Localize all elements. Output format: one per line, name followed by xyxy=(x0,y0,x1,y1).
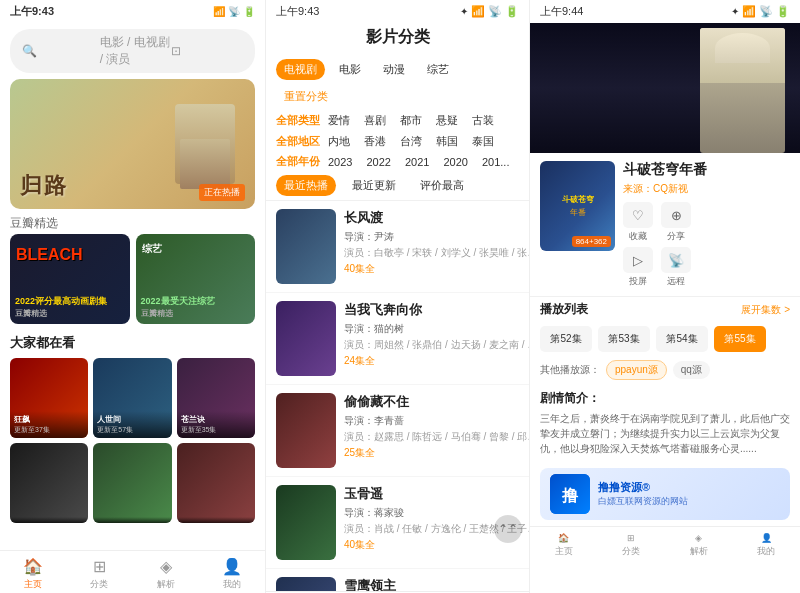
p1-card2-label: 2022最受天注综艺 豆瓣精选 xyxy=(141,295,251,319)
p1-card-variety[interactable]: 综艺 2022最受天注综艺 豆瓣精选 xyxy=(136,234,256,324)
p3-parse-icon: ◈ xyxy=(695,533,702,543)
p2-filter-reset[interactable]: 重置分类 xyxy=(276,86,336,107)
p2-signal-icon: 📶 xyxy=(471,5,485,18)
p3-watermark-text-group: 撸撸资源® 白嫖互联网资源的网站 xyxy=(598,480,688,508)
p1-hero-badge: 正在热播 xyxy=(199,184,245,201)
p3-ep-53[interactable]: 第53集 xyxy=(598,326,650,352)
p2-reg-mainland[interactable]: 内地 xyxy=(324,133,354,150)
p2-item-thumb-4 xyxy=(276,577,336,591)
panel3: 上午9:44 ✦ 📶 📡 🔋 斗破苍穹 年番 xyxy=(530,0,800,593)
p2-item-title-2: 偷偷藏不住 xyxy=(344,393,529,411)
p1-nav-profile-label: 我的 xyxy=(223,578,241,591)
p3-actions-row2: ▷ 投屏 📡 远程 xyxy=(623,247,790,288)
p3-watermark-banner: 撸 撸撸资源® 白嫖互联网资源的网站 xyxy=(540,468,790,520)
p1-scan-icon[interactable]: ⊡ xyxy=(171,44,243,58)
p1-grid-item-4[interactable] xyxy=(93,443,171,523)
p2-year-2022[interactable]: 2022 xyxy=(362,155,394,169)
p2-reg-kr[interactable]: 韩国 xyxy=(432,133,462,150)
p1-grid-item-3[interactable] xyxy=(10,443,88,523)
p2-reg-hk[interactable]: 香港 xyxy=(360,133,390,150)
p2-cat-comedy[interactable]: 喜剧 xyxy=(360,112,390,129)
p2-year-2020[interactable]: 2020 xyxy=(439,155,471,169)
p3-statusbar: 上午9:44 ✦ 📶 📡 🔋 xyxy=(530,0,800,23)
p3-video-player[interactable] xyxy=(530,23,800,153)
p1-parse-icon: ◈ xyxy=(160,557,172,576)
p2-sort-recent[interactable]: 最近更新 xyxy=(344,175,404,196)
p2-list-item-4[interactable]: 雪鹰领主 导演：李沐初 xyxy=(266,569,529,591)
p1-category-icon: ⊞ xyxy=(93,557,106,576)
p2-item-info-0: 长风渡 导演：尹涛 演员：白敬亭 / 宋轶 / 刘学义 / 张昊唯 / 张睿 /… xyxy=(344,209,529,284)
p3-synopsis-text: 三年之后，萧炎终于在涡南学院见到了萧儿，此后他广交挚友并成立磐门；为继续提升实力… xyxy=(540,411,790,456)
p3-remote-label: 远程 xyxy=(667,275,685,288)
p1-nav-parse[interactable]: ◈ 解析 xyxy=(133,557,199,591)
p3-action-remote[interactable]: 📡 远程 xyxy=(661,247,691,288)
p3-action-collect[interactable]: ♡ 收藏 xyxy=(623,202,653,243)
p2-statusbar: 上午9:43 ✦ 📶 📡 🔋 xyxy=(266,0,529,23)
p1-card1-label: 2022评分最高动画剧集 豆瓣精选 xyxy=(15,295,125,319)
p3-ep-55[interactable]: 第55集 xyxy=(714,326,766,352)
p1-grid-item-1[interactable]: 人世间 更新至57集 xyxy=(93,358,171,438)
p2-sort-rating[interactable]: 评价最高 xyxy=(412,175,472,196)
p1-signal-icon: 📶 xyxy=(213,6,225,17)
p3-watermark-logo: 撸 xyxy=(550,474,590,514)
p2-year-older[interactable]: 201... xyxy=(478,155,514,169)
p3-nav-home-label: 主页 xyxy=(555,545,573,558)
p1-section-label: 豆瓣精选 xyxy=(10,215,58,232)
p3-nav-category[interactable]: ⊞ 分类 xyxy=(598,533,666,558)
p2-region-filter: 全部地区 内地 香港 台湾 韩国 泰国 xyxy=(266,131,529,152)
p1-card-bleach[interactable]: BLEACH 2022评分最高动画剧集 豆瓣精选 xyxy=(10,234,130,324)
p2-year-2023[interactable]: 2023 xyxy=(324,155,356,169)
p2-year-2021[interactable]: 2021 xyxy=(401,155,433,169)
p3-source-ppayun[interactable]: ppayun源 xyxy=(606,360,667,380)
p1-search-placeholder: 电影 / 电视剧 / 演员 xyxy=(100,34,172,68)
p3-nav-parse[interactable]: ◈ 解析 xyxy=(665,533,733,558)
p2-list-item-1[interactable]: 当我飞奔向你 导演：猫的树 演员：周姐然 / 张鼎伯 / 边天扬 / 麦之南 /… xyxy=(266,293,529,385)
p2-item-thumb-3 xyxy=(276,485,336,560)
p3-ep-54[interactable]: 第54集 xyxy=(656,326,708,352)
p2-filter-tv[interactable]: 电视剧 xyxy=(276,59,325,80)
p2-bt-icon: ✦ xyxy=(460,6,468,17)
p2-cat-romance[interactable]: 爱情 xyxy=(324,112,354,129)
p3-source-qq[interactable]: qq源 xyxy=(673,361,710,379)
p2-reg-th[interactable]: 泰国 xyxy=(468,133,498,150)
p2-filter-variety[interactable]: 综艺 xyxy=(419,59,457,80)
p3-nav-home[interactable]: 🏠 主页 xyxy=(530,533,598,558)
p2-filter-anime[interactable]: 动漫 xyxy=(375,59,413,80)
p1-grid-item-5[interactable] xyxy=(177,443,255,523)
p3-share-label: 分享 xyxy=(667,230,685,243)
panel1-content: 上午9:43 📶 📡 🔋 🔍 电影 / 电视剧 / 演员 ⊡ 归路 正在热播 xyxy=(0,0,265,593)
p3-action-cast[interactable]: ▷ 投屏 xyxy=(623,247,653,288)
p3-synopsis-title: 剧情简介： xyxy=(540,390,790,407)
p1-grid-item-2[interactable]: 苍兰诀 更新至35集 xyxy=(177,358,255,438)
p2-cat-urban[interactable]: 都市 xyxy=(396,112,426,129)
p2-item-director-2: 导演：李青蔷 xyxy=(344,414,529,428)
p2-cat-mystery[interactable]: 悬疑 xyxy=(432,112,462,129)
p1-search-bar[interactable]: 🔍 电影 / 电视剧 / 演员 ⊡ xyxy=(10,29,255,73)
p1-nav-category[interactable]: ⊞ 分类 xyxy=(66,557,132,591)
p3-nav-profile[interactable]: 👤 我的 xyxy=(733,533,801,558)
p1-hero-banner[interactable]: 归路 正在热播 xyxy=(10,79,255,209)
p3-ep-52[interactable]: 第52集 xyxy=(540,326,592,352)
p3-playlist-expand[interactable]: 展开集数 > xyxy=(741,303,790,317)
p2-scroll-top-btn[interactable]: ⌃⌃ xyxy=(494,515,522,543)
p1-grid-caption-4 xyxy=(93,517,171,523)
p3-action-share[interactable]: ⊕ 分享 xyxy=(661,202,691,243)
p2-reg-tw[interactable]: 台湾 xyxy=(396,133,426,150)
p2-list-item-2[interactable]: 偷偷藏不住 导演：李青蔷 演员：赵露思 / 陈哲远 / 马伯骞 / 曾黎 / 邱… xyxy=(266,385,529,477)
p1-nav-home[interactable]: 🏠 主页 xyxy=(0,557,66,591)
p2-filter-movie[interactable]: 电影 xyxy=(331,59,369,80)
p2-cat-costume[interactable]: 古装 xyxy=(468,112,498,129)
p3-home-icon: 🏠 xyxy=(558,533,569,543)
p3-nav: 🏠 主页 ⊞ 分类 ◈ 解析 👤 我的 xyxy=(530,526,800,560)
p2-show-list: 长风渡 导演：尹涛 演员：白敬亭 / 宋轶 / 刘学义 / 张昊唯 / 张睿 /… xyxy=(266,201,529,591)
p1-nav-profile[interactable]: 👤 我的 xyxy=(199,557,265,591)
p1-battery-icon: 🔋 xyxy=(243,6,255,17)
p3-episode-row: 第52集 第53集 第54集 第55集 xyxy=(530,322,800,356)
p1-hero-title: 归路 xyxy=(20,171,68,201)
p2-list-item-0[interactable]: 长风渡 导演：尹涛 演员：白敬亭 / 宋轶 / 刘学义 / 张昊唯 / 张睿 /… xyxy=(266,201,529,293)
p2-sort-hot[interactable]: 最近热播 xyxy=(276,175,336,196)
p3-playlist-title: 播放列表 xyxy=(540,301,588,318)
p1-grid-item-0[interactable]: 狂飙 更新至37集 xyxy=(10,358,88,438)
p2-list-item-3[interactable]: 玉骨遥 导演：蒋家骏 演员：肖战 / 任敏 / 方逸伦 / 王楚然 / 王子奇 … xyxy=(266,477,529,569)
p2-type-filters: 电视剧 电影 动漫 综艺 重置分类 xyxy=(266,56,529,110)
